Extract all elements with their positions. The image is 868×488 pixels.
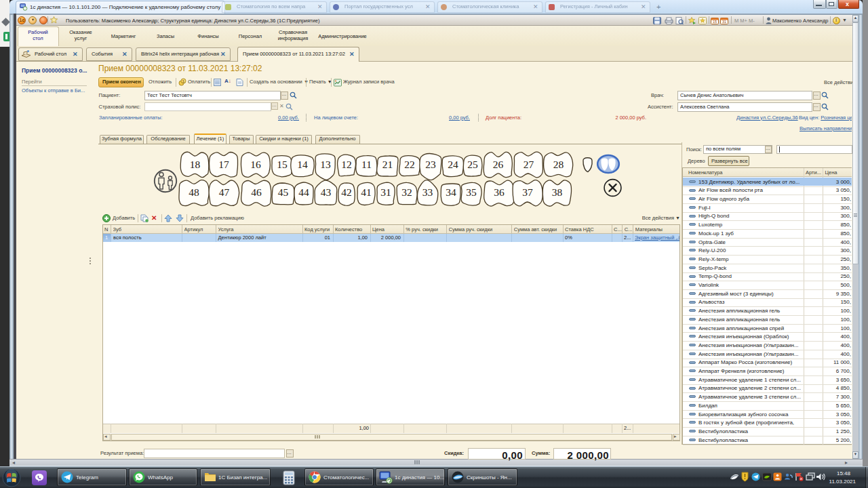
svg-text:15: 15 bbox=[713, 20, 717, 24]
svg-text:22: 22 bbox=[404, 159, 415, 170]
svg-text:25: 25 bbox=[467, 159, 478, 170]
svg-text:26: 26 bbox=[493, 159, 504, 170]
svg-text:11: 11 bbox=[361, 159, 372, 170]
svg-text:48: 48 bbox=[189, 186, 199, 198]
svg-text:23: 23 bbox=[425, 159, 436, 170]
svg-text:$: $ bbox=[182, 79, 184, 83]
svg-text:42: 42 bbox=[341, 186, 352, 198]
svg-text:47: 47 bbox=[219, 186, 230, 198]
svg-text:44: 44 bbox=[298, 186, 309, 198]
svg-text:41: 41 bbox=[361, 186, 372, 198]
svg-text:46: 46 bbox=[251, 186, 262, 198]
svg-text:18: 18 bbox=[190, 159, 201, 170]
svg-text:35: 35 bbox=[466, 186, 477, 198]
svg-text:16: 16 bbox=[250, 159, 261, 170]
svg-text:37: 37 bbox=[522, 186, 533, 198]
svg-text:21: 21 bbox=[382, 159, 393, 170]
svg-text:34: 34 bbox=[446, 186, 456, 198]
svg-text:32: 32 bbox=[401, 186, 412, 198]
svg-text:13: 13 bbox=[320, 159, 331, 170]
svg-text:38: 38 bbox=[552, 186, 563, 198]
svg-text:15: 15 bbox=[277, 159, 288, 170]
svg-text:12: 12 bbox=[341, 159, 352, 170]
svg-text:43: 43 bbox=[321, 186, 332, 198]
svg-text:33: 33 bbox=[422, 186, 433, 198]
svg-text:31: 31 bbox=[722, 20, 726, 24]
svg-text:17: 17 bbox=[218, 159, 229, 170]
svg-text:36: 36 bbox=[494, 186, 505, 198]
svg-text:31: 31 bbox=[380, 186, 391, 198]
svg-text:27: 27 bbox=[524, 159, 534, 170]
svg-text:24: 24 bbox=[448, 159, 458, 170]
svg-text:28: 28 bbox=[553, 159, 564, 170]
svg-text:45: 45 bbox=[278, 186, 289, 198]
svg-text:14: 14 bbox=[297, 159, 308, 170]
